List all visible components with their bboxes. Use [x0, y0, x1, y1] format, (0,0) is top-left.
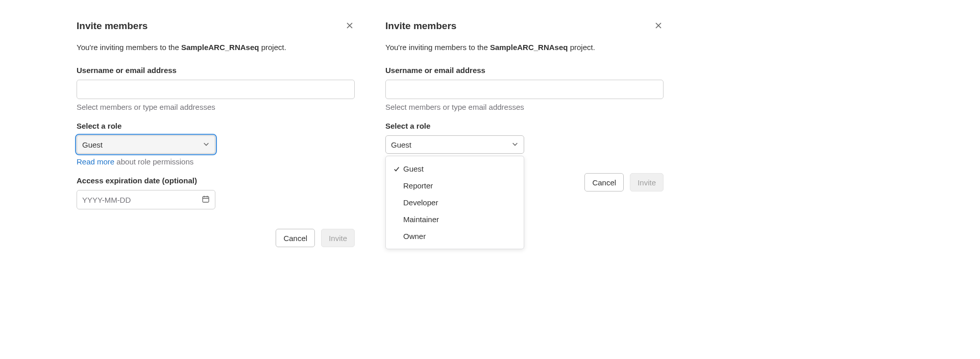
- dialog-header: Invite members: [77, 20, 355, 33]
- username-group: Username or email address Select members…: [385, 66, 664, 111]
- invite-members-dialog-closed: Invite members You're inviting members t…: [77, 20, 355, 247]
- cancel-button[interactable]: Cancel: [584, 173, 624, 192]
- username-group: Username or email address Select members…: [77, 66, 355, 111]
- role-helper-rest: about role permissions: [114, 157, 193, 166]
- project-name: SampleARC_RNAseq: [181, 43, 259, 52]
- role-option[interactable]: Maintainer: [386, 211, 524, 228]
- role-group: Select a role Guest Read more about role…: [77, 122, 355, 166]
- dialog-description: You're inviting members to the SampleARC…: [385, 43, 664, 52]
- dialog-header: Invite members: [385, 20, 664, 33]
- role-select-value: Guest: [82, 140, 103, 149]
- cancel-button[interactable]: Cancel: [276, 229, 315, 247]
- read-more-link[interactable]: Read more: [77, 157, 114, 166]
- username-input[interactable]: [77, 80, 355, 99]
- invite-members-dialog-open: Invite members You're inviting members t…: [385, 20, 664, 247]
- svg-rect-0: [203, 197, 209, 202]
- close-icon: [654, 22, 663, 31]
- chevron-down-icon: [511, 140, 519, 149]
- role-select[interactable]: Guest: [77, 135, 215, 154]
- role-helper: Read more about role permissions: [77, 157, 355, 166]
- expiration-label: Access expiration date (optional): [77, 176, 355, 185]
- chevron-down-icon: [203, 140, 210, 149]
- role-label: Select a role: [77, 122, 355, 130]
- role-option-label: Maintainer: [403, 215, 439, 224]
- dialog-title: Invite members: [385, 20, 456, 32]
- expiration-date-input[interactable]: YYYY-MM-DD: [77, 190, 215, 209]
- dialog-title: Invite members: [77, 20, 148, 32]
- description-suffix: project.: [568, 43, 595, 52]
- dialog-description: You're inviting members to the SampleARC…: [77, 43, 355, 52]
- calendar-icon: [202, 195, 210, 205]
- check-icon: [393, 165, 403, 173]
- close-icon: [346, 22, 354, 31]
- username-label: Username or email address: [385, 66, 664, 75]
- role-option-label: Owner: [403, 232, 426, 241]
- expiration-group: Access expiration date (optional) YYYY-M…: [77, 176, 355, 209]
- expiration-placeholder: YYYY-MM-DD: [82, 196, 131, 204]
- invite-button[interactable]: Invite: [630, 173, 664, 192]
- invite-button[interactable]: Invite: [321, 229, 355, 247]
- role-dropdown-menu: GuestReporterDeveloperMaintainerOwner: [385, 156, 524, 249]
- dialog-footer: Cancel Invite: [77, 229, 355, 247]
- role-option-label: Reporter: [403, 181, 433, 190]
- description-prefix: You're inviting members to the: [77, 43, 181, 52]
- role-option-label: Developer: [403, 198, 438, 207]
- role-option[interactable]: Developer: [386, 194, 524, 211]
- role-option[interactable]: Guest: [386, 160, 524, 177]
- description-suffix: project.: [259, 43, 286, 52]
- role-label: Select a role: [385, 122, 664, 130]
- role-group: Select a role Guest GuestReporterDevelop…: [385, 122, 664, 154]
- role-option-label: Guest: [403, 164, 424, 173]
- description-prefix: You're inviting members to the: [385, 43, 490, 52]
- role-option[interactable]: Reporter: [386, 177, 524, 194]
- username-label: Username or email address: [77, 66, 355, 75]
- username-input[interactable]: [385, 80, 664, 99]
- role-select-value: Guest: [391, 140, 411, 149]
- close-button[interactable]: [653, 20, 664, 33]
- close-button[interactable]: [345, 20, 355, 33]
- project-name: SampleARC_RNAseq: [490, 43, 568, 52]
- username-helper: Select members or type email addresses: [385, 103, 664, 111]
- role-option[interactable]: Owner: [386, 228, 524, 245]
- role-select[interactable]: Guest: [385, 135, 524, 154]
- username-helper: Select members or type email addresses: [77, 103, 355, 111]
